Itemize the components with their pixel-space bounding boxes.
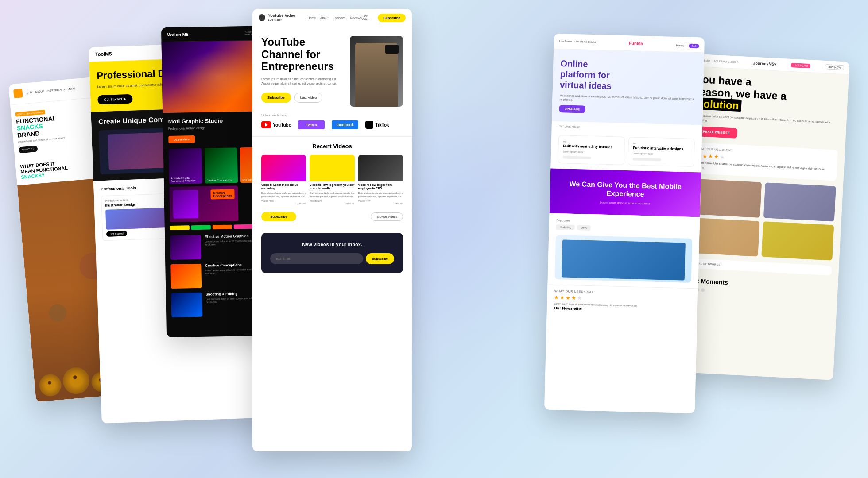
online-feature-title-2: Futuristic interactiv e designs	[633, 146, 690, 152]
yt-newsletter-subscribe-btn[interactable]: Subscribe	[366, 253, 394, 264]
yt-hero-subscribe-btn[interactable]: Subscribe	[261, 93, 291, 103]
snacks-cta-btn[interactable]: WHAT IT?	[18, 146, 38, 154]
facebook-icon: facebook	[332, 120, 358, 129]
yt-video-num-3: Video 04	[358, 202, 403, 205]
code-dot-4[interactable]	[701, 288, 705, 292]
yt-nav-reviews[interactable]: Reviews	[350, 16, 361, 19]
code-img-pineapple-overlay	[761, 221, 834, 260]
online-hero-desc: Maecaenas sed diam et eros blandit. Maec…	[559, 93, 696, 105]
star-1: ★	[554, 294, 559, 301]
toolm5-tool-get-started-1[interactable]: Get Started	[106, 231, 127, 237]
online-nav-tab[interactable]: TAB	[689, 44, 699, 49]
motion-grid-item-wide: CreativeConceptions	[169, 185, 239, 222]
motion-section-img-2	[170, 263, 202, 288]
star-5: ★	[577, 295, 582, 301]
online-funm5-logo: FunM5	[629, 41, 643, 46]
snacks-nav-about[interactable]: ABOUT	[35, 90, 44, 93]
yt-hero-camera	[385, 45, 399, 54]
code-star-5: ★	[720, 154, 725, 161]
motion-section-img-3	[171, 292, 202, 317]
yt-video-thumb-1	[261, 155, 306, 181]
yt-hero-last-video-btn[interactable]: Last Video	[294, 93, 323, 103]
yt-newsletter-title: New videos in your inbox.	[270, 242, 394, 247]
motion-block-pink	[234, 224, 253, 229]
yt-videos-grid: Video 5: Learn more about marketing Duis…	[261, 155, 403, 205]
twitch-icon: Twitch	[298, 120, 325, 129]
online-feature-btn-1	[563, 156, 591, 159]
yt-newsletter-form: Subscribe	[270, 253, 394, 264]
online-tag-marketing: Marketing	[556, 224, 575, 230]
motion-block-green	[191, 225, 211, 230]
yt-video-card-2: Video 5: How to present yourself in soci…	[310, 155, 354, 205]
snacks-nav-ingredients[interactable]: INGREDIENTS	[46, 88, 65, 93]
yt-footer-subscribe-btn[interactable]: Subscribe	[261, 212, 296, 221]
online-nav-home[interactable]: Home	[676, 44, 684, 47]
motion-block-yellow	[170, 225, 190, 230]
yt-youtube-label: YouTube	[273, 123, 291, 127]
yt-platform-youtube: YouTube	[261, 121, 291, 128]
yt-video-desc-2: Duis ultrices ligula sed magna tincidunt…	[310, 192, 354, 198]
toolm5-cta-button[interactable]: Get Started ▶	[97, 94, 133, 104]
yt-nav-home[interactable]: Home	[307, 16, 316, 19]
yt-hero-image	[350, 36, 403, 107]
yt-nav-about[interactable]: About	[320, 16, 328, 19]
motion-block-orange	[213, 224, 232, 229]
toolm5-logo: ToolM5	[95, 51, 112, 57]
yt-nav-last-video[interactable]: Last Video	[362, 15, 376, 21]
card-online-platform: Live Demo Live Demo Blocks FunM5 Home TA…	[544, 34, 705, 414]
yt-video-title-2: Video 5: How to present yourself in soci…	[310, 181, 354, 192]
yt-video-card-3: Video 4: How to get from employee to CEO…	[358, 155, 403, 205]
online-tag-devs: Devs	[577, 225, 591, 231]
code-img-pineapple	[761, 221, 834, 260]
online-feature-btn-2	[633, 158, 661, 161]
motion-hero-shape	[175, 49, 264, 104]
motion-cta-btn[interactable]: Learn More	[168, 135, 195, 143]
yt-hero-title: YouTubeChannel forEntrepreneurs	[261, 36, 343, 73]
motion-wide-inner-img	[173, 190, 198, 219]
star-2: ★	[560, 295, 565, 301]
online-feature-card-2: ne Futuristic interactiv e designs Lorem…	[628, 137, 695, 167]
star-3: ★	[566, 295, 570, 301]
snacks-brand-highlight: SNACKS	[16, 123, 43, 132]
yt-email-input[interactable]	[270, 253, 363, 264]
tiktok-icon	[365, 121, 373, 129]
motion-logo: Motion M5	[167, 32, 189, 37]
cookie-1	[39, 373, 62, 397]
online-laptop-image	[555, 235, 693, 283]
online-feature-desc-1: Lorem ipsum dolor	[563, 150, 620, 154]
yt-video-desc-1: Duis ultrices ligula sed magna tincidunt…	[261, 192, 306, 198]
code-img-knit	[763, 182, 836, 221]
yt-video-num-1: Video 06	[261, 202, 306, 205]
motion-section-img-1	[170, 235, 202, 259]
yt-video-card-1: Video 5: Learn more about marketing Duis…	[261, 155, 306, 205]
code-nav-live-demo-blocks[interactable]: LIVE DEMO BLOCKS	[713, 60, 739, 64]
online-nav-live-demo-blocks[interactable]: Live Demo Blocks	[574, 40, 596, 43]
online-feature-tag-1: ne	[563, 140, 620, 144]
yt-video-title-1: Video 5: Learn more about marketing	[261, 181, 306, 192]
snacks-logo-icon	[13, 89, 23, 98]
code-btn-live[interactable]: LIVE DEMO	[791, 63, 811, 68]
online-purple-title: We Can Give You the Best Mobile Experien…	[557, 179, 694, 200]
motion-grid-item-2: Creative Conceptions	[204, 147, 238, 183]
online-purple-desc: Lorem ipsum dolor sit amet consectetur	[557, 200, 693, 206]
snacks-nav-more[interactable]: MORE	[67, 87, 75, 91]
yt-browse-btn[interactable]: Browse Videos	[371, 212, 403, 221]
yt-video-title-3: Video 4: How to get from employee to CEO	[358, 181, 403, 192]
online-hero-title: Onlineplatform forvirtual ideas	[560, 58, 697, 93]
code-social-label: SOCIAL NETWORKS	[691, 262, 827, 271]
youtube-icon	[261, 121, 271, 128]
code-author-logo: JourneyM5y	[753, 61, 776, 67]
yt-header-subscribe-btn[interactable]: Subscribe	[378, 14, 406, 22]
online-supported-label: Supported	[556, 219, 693, 225]
code-star-4: ★	[714, 154, 719, 160]
motion-grid-label-2: Creative Conceptions	[207, 178, 236, 181]
code-star-3: ★	[708, 154, 713, 160]
yt-recent-title: Recent Videos	[261, 143, 403, 150]
yt-nav-episodes[interactable]: Episodes	[333, 16, 345, 19]
online-nav-live-demo[interactable]: Live Demo	[559, 40, 572, 43]
snacks-nav-buy[interactable]: BUY	[27, 91, 33, 94]
youtube-play-icon	[265, 123, 268, 127]
code-btn-buy-now[interactable]: BUY NOW	[825, 64, 844, 70]
code-main-title: You have areason, we have asolution	[694, 73, 841, 117]
online-cta-btn[interactable]: UPGRADE	[559, 105, 585, 113]
